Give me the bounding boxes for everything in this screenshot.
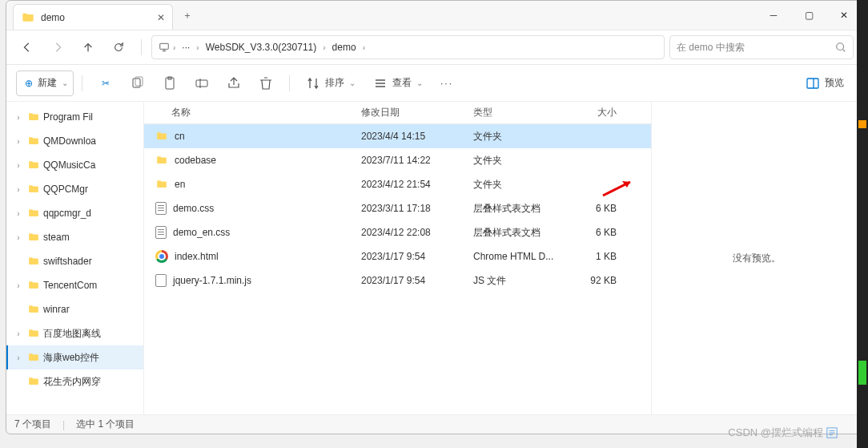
preview-icon [806, 76, 820, 91]
file-row[interactable]: demo_en.css2023/4/12 22:08层叠样式表文档6 KB [144, 220, 651, 244]
tree-label: TencentCom [43, 280, 97, 291]
tree-label: swiftshader [43, 256, 92, 267]
css-file-icon [155, 226, 167, 239]
file-date: 2023/3/11 17:18 [361, 203, 473, 214]
expand-icon[interactable]: › [13, 233, 24, 242]
new-tab-button[interactable]: ＋ [176, 4, 199, 26]
tree-label: 花生壳内网穿 [43, 375, 101, 389]
tree-item[interactable]: winrar [6, 297, 143, 321]
expand-icon[interactable]: › [13, 281, 24, 290]
file-size: 92 KB [569, 275, 625, 286]
view-icon [373, 76, 388, 91]
view-button[interactable]: 查看 ⌄ [365, 71, 431, 96]
file-type: 文件夹 [473, 178, 569, 192]
tree-label: 百度地图离线 [43, 327, 101, 341]
paste-button[interactable] [155, 71, 185, 96]
share-button[interactable] [219, 71, 249, 96]
breadcrumb-seg[interactable]: demo [329, 40, 360, 54]
forward-button[interactable] [45, 34, 70, 60]
col-size[interactable]: 大小 [569, 106, 625, 119]
expand-icon[interactable]: › [13, 353, 24, 362]
expand-icon[interactable]: › [13, 137, 24, 146]
preview-pane: 没有预览。 [651, 102, 862, 414]
tree-item[interactable]: ›百度地图离线 [6, 321, 143, 345]
chevron-right-icon[interactable]: › [173, 43, 175, 52]
chevron-down-icon: ⌄ [416, 79, 423, 87]
col-type[interactable]: 类型 [473, 106, 569, 119]
sort-button[interactable]: 排序 ⌄ [298, 71, 364, 96]
file-row[interactable]: en2023/4/12 21:54文件夹 [144, 172, 651, 196]
file-date: 2023/1/17 9:54 [361, 251, 473, 262]
file-date: 2023/7/11 14:22 [361, 155, 473, 166]
expand-icon[interactable]: › [13, 161, 24, 170]
back-button[interactable] [14, 34, 40, 60]
preview-button[interactable]: 预览 [798, 71, 852, 96]
expand-icon[interactable]: › [13, 185, 24, 194]
file-name: cn [175, 131, 185, 142]
file-row[interactable]: jquery-1.7.1.min.js2023/1/17 9:54JS 文件92… [144, 268, 651, 293]
col-date[interactable]: 修改日期 [361, 106, 473, 119]
tree-item[interactable]: ›qqpcmgr_d [6, 201, 143, 225]
breadcrumb-more[interactable]: ··· [179, 40, 193, 54]
maximize-button[interactable]: ▢ [791, 2, 826, 28]
breadcrumb-seg[interactable]: WebSDK_V3.3.0(230711) [203, 40, 320, 54]
breadcrumb[interactable]: › ··· › WebSDK_V3.3.0(230711) › demo › [151, 35, 665, 59]
expand-icon[interactable]: › [13, 329, 24, 338]
rename-button[interactable] [187, 71, 217, 96]
file-row[interactable]: index.html2023/1/17 9:54Chrome HTML D...… [144, 244, 651, 268]
pc-icon [159, 42, 170, 53]
tree-label: qqpcmgr_d [43, 208, 91, 219]
file-row[interactable]: cn2023/4/4 14:15文件夹 [144, 124, 651, 148]
copy-button[interactable] [123, 71, 153, 96]
refresh-button[interactable] [106, 34, 131, 60]
tree-item[interactable]: ›steam [6, 225, 143, 249]
delete-button[interactable] [251, 71, 281, 96]
minimize-button[interactable]: ─ [756, 2, 791, 28]
explorer-window: demo ✕ ＋ ─ ▢ ✕ › ··· › WebSDK_V3.3.0(230… [6, 0, 862, 434]
tree-item[interactable]: 花生壳内网穿 [6, 369, 143, 394]
tab-active[interactable]: demo ✕ [13, 4, 173, 30]
chevron-right-icon[interactable]: › [196, 43, 199, 52]
tree-item[interactable]: ›TencentCom [6, 273, 143, 297]
tree-item[interactable]: ›Program Fil [6, 105, 143, 129]
tree-label: QMDownloa [43, 135, 96, 147]
expand-icon[interactable]: › [13, 113, 24, 122]
copy-icon [131, 76, 145, 91]
search-placeholder: 在 demo 中搜索 [677, 41, 745, 54]
scissors-icon: ✂ [98, 76, 113, 91]
file-type: Chrome HTML D... [473, 251, 569, 262]
file-name: demo.css [173, 203, 214, 214]
up-button[interactable] [75, 34, 101, 60]
tree-item[interactable]: ›海康web控件 [6, 345, 143, 369]
search-input[interactable]: 在 demo 中搜索 [669, 35, 854, 59]
chevron-right-icon[interactable]: › [363, 43, 365, 52]
file-row[interactable]: demo.css2023/3/11 17:18层叠样式表文档6 KB [144, 196, 651, 220]
tree-item[interactable]: ›QQPCMgr [6, 177, 143, 201]
svg-rect-7 [807, 79, 818, 88]
expand-icon[interactable]: › [13, 209, 24, 218]
col-name[interactable]: 名称 [155, 106, 361, 119]
file-size: 6 KB [569, 203, 625, 214]
tree-sidebar[interactable]: ›Program Fil›QMDownloa›QQMusicCa›QQPCMgr… [6, 102, 144, 414]
tree-label: 海康web控件 [43, 351, 99, 365]
close-icon[interactable]: ✕ [156, 13, 166, 22]
tree-item[interactable]: swiftshader [6, 249, 143, 273]
window-controls: ─ ▢ ✕ [756, 2, 862, 28]
tree-item[interactable]: ›QQMusicCa [6, 153, 143, 177]
status-count: 7 个项目 [14, 418, 51, 431]
cut-button[interactable]: ✂ [90, 71, 121, 96]
rename-icon [195, 76, 209, 91]
file-name: index.html [175, 251, 219, 262]
tab-title: demo [41, 12, 65, 23]
file-row[interactable]: codebase2023/7/11 14:22文件夹 [144, 148, 651, 172]
tree-label: QQPCMgr [43, 184, 88, 195]
new-button[interactable]: ⊕ 新建 ⌄ [16, 71, 74, 96]
file-date: 2023/4/12 21:54 [361, 179, 473, 190]
more-button[interactable]: ··· [432, 71, 461, 96]
file-type: 层叠样式表文档 [473, 202, 569, 216]
file-type: 层叠样式表文档 [473, 226, 569, 240]
chevron-right-icon[interactable]: › [323, 43, 325, 52]
tree-item[interactable]: ›QMDownloa [6, 129, 143, 153]
file-name: jquery-1.7.1.min.js [173, 275, 251, 286]
file-date: 2023/4/12 22:08 [361, 227, 473, 238]
